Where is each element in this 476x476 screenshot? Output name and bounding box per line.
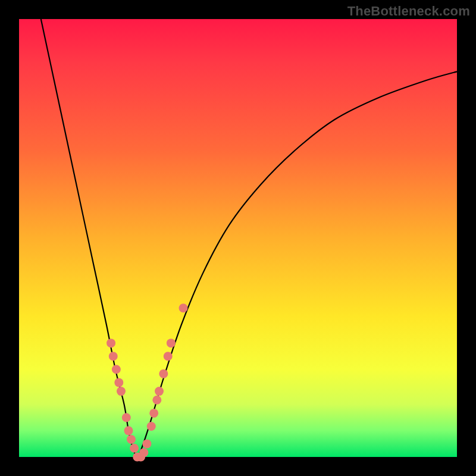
scatter-dot [179, 303, 188, 312]
scatter-dot [142, 439, 151, 448]
scatter-dot [167, 339, 176, 347]
scatter-dot [112, 365, 121, 374]
scatter-dot [124, 426, 133, 435]
scatter-dot [149, 409, 158, 418]
plot-area [19, 19, 457, 457]
scatter-dot [147, 422, 156, 431]
scatter-dot [117, 387, 126, 396]
scatter-dot [107, 339, 115, 347]
watermark-text: TheBottleneck.com [347, 4, 470, 19]
scatter-dots [107, 303, 187, 461]
scatter-dot [127, 435, 136, 444]
scatter-dot [152, 396, 161, 405]
bottleneck-curve [41, 19, 457, 457]
scatter-dot [109, 352, 118, 361]
chart-frame: TheBottleneck.com [0, 0, 476, 476]
scatter-dot [155, 387, 164, 396]
scatter-dot [130, 444, 139, 453]
scatter-dot [114, 378, 123, 387]
scatter-dot [122, 413, 131, 422]
scatter-dot [164, 352, 173, 361]
curve-svg [19, 19, 457, 457]
scatter-dot [159, 369, 168, 378]
scatter-dot [139, 448, 148, 457]
